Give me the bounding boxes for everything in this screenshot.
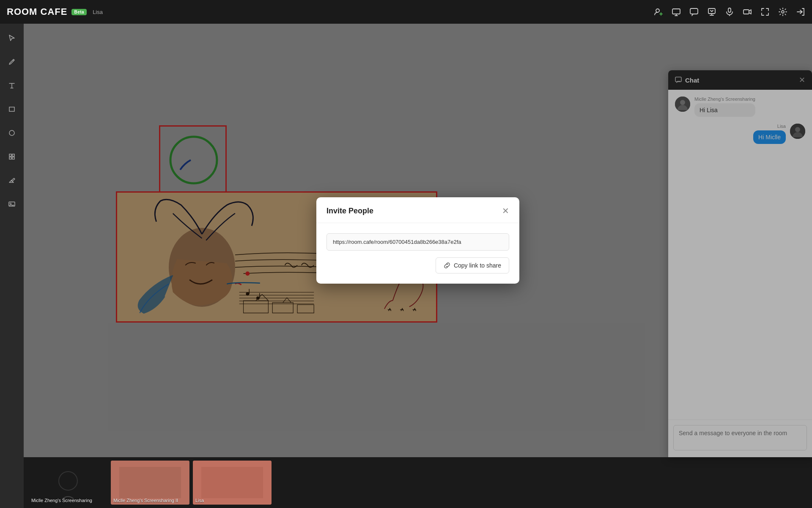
- link-icon: [444, 262, 450, 269]
- circle-tool[interactable]: [4, 125, 19, 141]
- bottom-bar: Miclle Zheng's Screensharing Miclle Zhen…: [24, 457, 812, 508]
- thumbnail-2-label: Miclle Zheng's Screensharing II: [113, 498, 178, 503]
- svg-rect-30: [119, 467, 181, 498]
- settings-icon[interactable]: [778, 7, 787, 17]
- beta-badge: Beta: [71, 9, 87, 15]
- text-tool[interactable]: [4, 78, 19, 93]
- svg-rect-3: [708, 8, 715, 14]
- svg-point-6: [782, 11, 784, 13]
- header: ROOM CAFE Beta Lisa: [0, 0, 812, 24]
- modal-title: Invite People: [326, 207, 373, 215]
- video-icon[interactable]: [743, 7, 752, 17]
- svg-rect-10: [12, 154, 14, 156]
- svg-rect-4: [728, 8, 731, 12]
- svg-rect-32: [201, 467, 263, 498]
- svg-rect-12: [12, 157, 14, 159]
- invite-url-input[interactable]: [326, 233, 509, 251]
- thumbnail-1[interactable]: Miclle Zheng's Screensharing: [29, 461, 107, 505]
- svg-rect-2: [690, 8, 698, 14]
- thumbnail-3-label: Lisa: [195, 498, 204, 503]
- user-name-label: Lisa: [93, 9, 103, 15]
- thumbnail-2[interactable]: Miclle Zheng's Screensharing II: [111, 461, 189, 505]
- rectangle-tool[interactable]: [4, 102, 19, 117]
- modal-overlay: Invite People ✕ Copy link to share: [24, 24, 812, 457]
- pen-tool[interactable]: [4, 54, 19, 69]
- thumbnail-1-label: Miclle Zheng's Screensharing: [31, 498, 92, 503]
- thumbnail-3[interactable]: Lisa: [193, 461, 272, 505]
- present-icon[interactable]: [707, 7, 716, 17]
- modal-close-button[interactable]: ✕: [502, 206, 509, 216]
- copy-link-button[interactable]: Copy link to share: [436, 257, 509, 273]
- svg-point-14: [10, 203, 11, 204]
- copy-link-label: Copy link to share: [454, 262, 501, 269]
- exit-icon[interactable]: [796, 7, 805, 17]
- eraser-tool[interactable]: [4, 173, 19, 188]
- svg-rect-7: [9, 107, 14, 111]
- screen-icon[interactable]: [672, 7, 681, 17]
- svg-point-0: [656, 9, 659, 12]
- invite-modal: Invite People ✕ Copy link to share: [316, 197, 519, 284]
- header-left: ROOM CAFE Beta Lisa: [7, 6, 103, 17]
- thumbnail-3-preview: [193, 461, 272, 505]
- modal-header: Invite People ✕: [316, 197, 519, 223]
- fullscreen-icon[interactable]: [760, 7, 770, 17]
- svg-rect-11: [9, 157, 11, 159]
- header-icons: [654, 7, 805, 17]
- cursor-tool[interactable]: [4, 30, 19, 46]
- modal-body: Copy link to share: [316, 223, 519, 284]
- svg-point-8: [9, 130, 14, 135]
- image-tool[interactable]: [4, 196, 19, 212]
- svg-rect-1: [672, 9, 680, 14]
- app-title: ROOM CAFE: [7, 6, 67, 17]
- left-toolbar: [0, 24, 24, 508]
- svg-rect-9: [9, 154, 11, 156]
- svg-rect-5: [743, 10, 749, 14]
- chat-bubble-icon[interactable]: [689, 7, 699, 17]
- mic-icon[interactable]: [725, 7, 734, 17]
- add-person-icon[interactable]: [654, 7, 663, 17]
- selection-tool[interactable]: [4, 149, 19, 164]
